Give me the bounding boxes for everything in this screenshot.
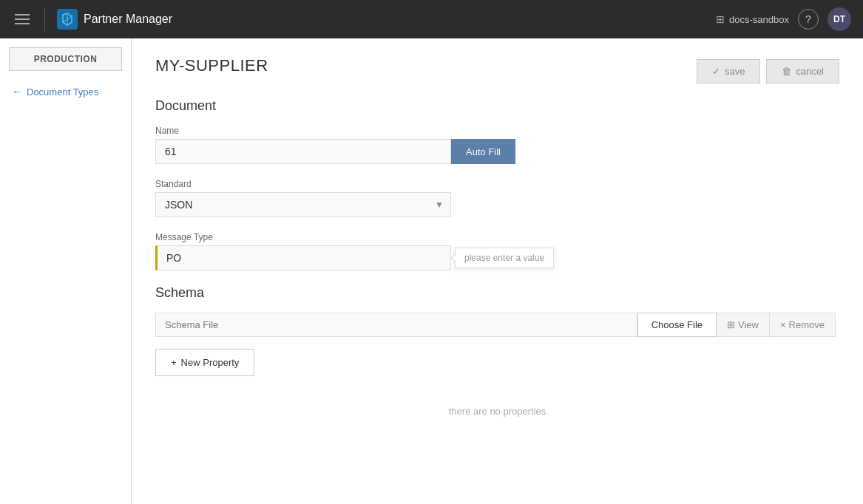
back-arrow-icon: ← [12, 86, 22, 98]
validation-tooltip: please enter a value [455, 248, 554, 268]
help-button[interactable]: ? [798, 9, 819, 30]
validation-text: please enter a value [464, 253, 544, 263]
hamburger-menu[interactable] [12, 11, 33, 27]
nav-divider [44, 7, 45, 31]
name-label: Name [155, 126, 839, 136]
cancel-trash-icon: 🗑 [782, 66, 791, 77]
message-type-label: Message Type [155, 232, 839, 242]
view-button[interactable]: ⊞ View [717, 313, 770, 337]
empty-state: there are no properties [155, 406, 839, 417]
schema-section-label: Schema [155, 285, 839, 301]
standard-select-wrapper: JSON XML CSV ▼ [155, 192, 451, 217]
remove-icon: × [780, 319, 786, 330]
main-content: MY-SUPPLIER ✓ save 🗑 cancel Document Nam… [132, 38, 863, 504]
main-layout: PRODUCTION ← Document Types MY-SUPPLIER … [0, 38, 863, 504]
document-section-label: Document [155, 98, 839, 114]
cancel-label: cancel [796, 66, 824, 77]
standard-select[interactable]: JSON XML CSV [155, 192, 451, 217]
message-type-field-group: Message Type please enter a value [155, 232, 839, 270]
schema-section: Schema Choose File ⊞ View × Remove [155, 285, 839, 337]
name-field-row: Auto Fill [155, 139, 839, 164]
choose-file-button[interactable]: Choose File [637, 313, 717, 337]
environment-button[interactable]: PRODUCTION [9, 47, 122, 71]
remove-label: Remove [789, 319, 825, 330]
standard-field-group: Standard JSON XML CSV ▼ [155, 179, 839, 217]
sidebar-item-label: Document Types [27, 86, 98, 98]
save-label: save [725, 66, 745, 77]
top-navigation: Partner Manager ⊞ docs-sandbox ? DT [0, 0, 863, 38]
app-title: Partner Manager [84, 13, 172, 26]
sidebar: PRODUCTION ← Document Types [0, 38, 132, 504]
new-property-label: New Property [181, 357, 240, 368]
name-input[interactable] [155, 139, 451, 164]
user-avatar[interactable]: DT [828, 7, 851, 31]
view-label: View [738, 319, 759, 330]
new-property-button[interactable]: + New Property [155, 349, 254, 376]
header-actions: ✓ save 🗑 cancel [697, 59, 839, 84]
save-button[interactable]: ✓ save [697, 59, 760, 84]
app-logo: Partner Manager [57, 9, 172, 30]
workspace-icon: ⊞ [716, 13, 725, 25]
message-type-wrapper: please enter a value [155, 245, 451, 270]
schema-file-input[interactable] [155, 313, 637, 337]
cancel-button[interactable]: 🗑 cancel [766, 59, 839, 84]
empty-state-text: there are no properties [449, 406, 546, 417]
view-icon: ⊞ [727, 319, 735, 330]
autofill-button[interactable]: Auto Fill [451, 139, 515, 164]
schema-file-row: Choose File ⊞ View × Remove [155, 313, 836, 337]
logo-icon [57, 9, 78, 30]
workspace-label: docs-sandbox [729, 14, 789, 25]
workspace-info: ⊞ docs-sandbox [716, 13, 789, 25]
content-header: MY-SUPPLIER ✓ save 🗑 cancel [155, 56, 839, 84]
standard-label: Standard [155, 179, 839, 189]
plus-icon: + [171, 357, 177, 368]
sidebar-item-document-types[interactable]: ← Document Types [0, 80, 131, 103]
page-title: MY-SUPPLIER [155, 56, 268, 75]
remove-button[interactable]: × Remove [770, 313, 836, 337]
name-field-group: Name Auto Fill [155, 126, 839, 164]
save-checkmark-icon: ✓ [712, 66, 720, 77]
message-type-input[interactable] [155, 245, 451, 270]
